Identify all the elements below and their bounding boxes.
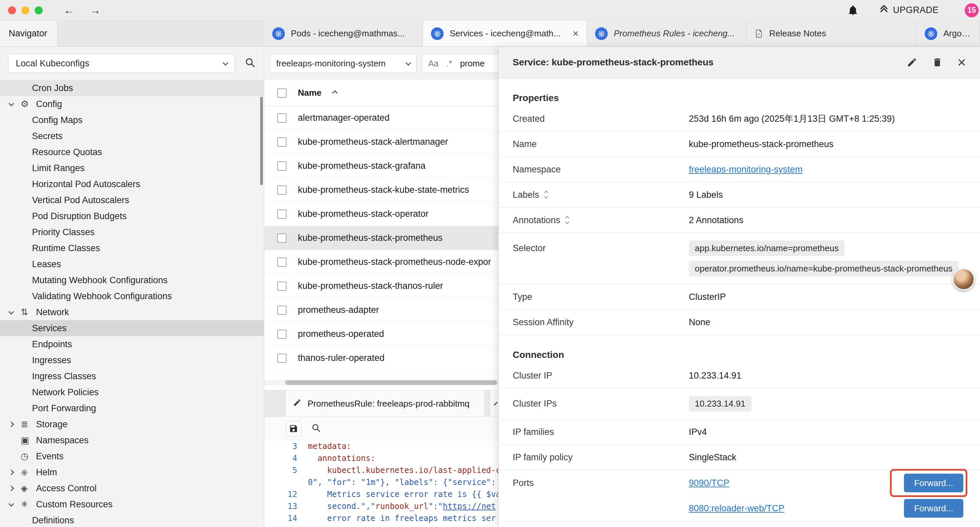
chevron-down-icon[interactable] (9, 309, 14, 315)
sidebar-item-helm[interactable]: ⎈Helm (0, 464, 264, 480)
close-tab-icon[interactable]: × (569, 27, 579, 40)
row-checkbox[interactable] (277, 161, 286, 171)
table-row[interactable]: prometheus-operated (264, 322, 498, 346)
code-line[interactable]: 12 Metrics service error rate is {{ $va (264, 488, 498, 500)
save-button[interactable] (286, 421, 301, 436)
chevron-down-icon[interactable] (9, 101, 14, 107)
sidebar-item-port-forwarding[interactable]: Port Forwarding (0, 400, 264, 416)
editor-search-icon[interactable] (311, 423, 321, 434)
chevron-down-icon[interactable] (9, 501, 14, 507)
select-all-checkbox[interactable] (277, 88, 286, 98)
dock-tab-prometheusrule[interactable]: PrometheusRule: freeleaps-prod-rabbitmq (285, 390, 485, 417)
chevron-right-icon[interactable] (9, 470, 14, 475)
port-link[interactable]: 8080:reloader-web/TCP (689, 503, 784, 514)
notifications-bell-icon[interactable] (848, 5, 858, 16)
row-checkbox[interactable] (277, 330, 286, 339)
sidebar-item-vertical-pod-autoscalers[interactable]: Vertical Pod Autoscalers (0, 192, 264, 208)
row-checkbox[interactable] (277, 137, 286, 147)
sidebar-item-config[interactable]: ⚙Config (0, 96, 264, 112)
notification-count-badge[interactable]: 15 (965, 3, 978, 18)
table-row[interactable]: kube-prometheus-stack-kube-state-metrics (264, 178, 498, 202)
sidebar-item-runtime-classes[interactable]: Runtime Classes (0, 240, 264, 256)
edit-icon[interactable] (907, 57, 917, 68)
match-case-toggle[interactable]: Aa (428, 59, 439, 68)
code-line[interactable]: 4 annotations: (264, 452, 498, 464)
code-line[interactable]: 5 kubectl.kubernetes.io/last-applied-co (264, 464, 498, 476)
list-search-input[interactable]: Aa .* prome (422, 54, 498, 73)
upgrade-button[interactable]: UPGRADE (879, 4, 939, 16)
table-row[interactable]: alertmanager-operated (264, 106, 498, 130)
table-row[interactable]: kube-prometheus-stack-prometheus (264, 226, 498, 250)
scrollbar-thumb[interactable] (285, 380, 497, 385)
table-row[interactable]: thanos-ruler-operated (264, 346, 498, 370)
minimize-window-button[interactable] (21, 6, 29, 14)
code-line[interactable]: 14 error rate in freeleaps metrics ser (264, 512, 498, 524)
sidebar-item-mutating-webhook-configurations[interactable]: Mutating Webhook Configurations (0, 272, 264, 288)
tab-release-notes[interactable]: Release Notes (746, 21, 916, 46)
sidebar-item-resource-quotas[interactable]: Resource Quotas (0, 144, 264, 160)
yaml-editor[interactable]: 3metadata:4 annotations:5 kubectl.kubern… (264, 440, 498, 524)
avatar[interactable] (953, 268, 975, 290)
close-window-button[interactable] (8, 6, 16, 14)
sidebar-item-cron-jobs[interactable]: Cron Jobs (0, 80, 264, 96)
regex-toggle[interactable]: .* (447, 59, 452, 68)
dock-tab-partial[interactable] (490, 390, 498, 417)
forward-button[interactable]: Forward... (904, 499, 963, 517)
sidebar-item-namespaces[interactable]: ▣Namespaces (0, 432, 264, 448)
sidebar-item-custom-resources[interactable]: ✳Custom Resources (0, 496, 264, 512)
tab-pods-icecheng-mathmas[interactable]: ⎈Pods - icecheng@mathmas... (264, 21, 423, 46)
name-column-header[interactable]: Name (298, 88, 321, 98)
sidebar-search-icon[interactable] (245, 57, 256, 70)
close-icon[interactable]: × (957, 55, 966, 70)
sidebar-item-ingress-classes[interactable]: Ingress Classes (0, 368, 264, 384)
chevron-right-icon[interactable] (9, 486, 14, 491)
expand-toggle-icon[interactable] (566, 217, 569, 224)
port-link[interactable]: 9090/TCP (689, 478, 730, 488)
sidebar-item-secrets[interactable]: Secrets (0, 128, 264, 144)
table-row[interactable]: kube-prometheus-stack-alertmanager (264, 130, 498, 154)
row-checkbox[interactable] (277, 306, 286, 315)
expand-toggle-icon[interactable] (545, 191, 548, 199)
row-checkbox[interactable] (277, 258, 286, 267)
tab-prometheus-rules-icecheng[interactable]: ⎈Prometheus Rules - icecheng... (587, 21, 746, 46)
forward-button[interactable]: Forward... (904, 474, 963, 492)
sidebar-item-limit-ranges[interactable]: Limit Ranges (0, 160, 264, 176)
sidebar-item-config-maps[interactable]: Config Maps (0, 112, 264, 128)
row-checkbox[interactable] (277, 234, 286, 243)
forward-arrow-icon[interactable]: → (89, 4, 101, 17)
table-row[interactable]: kube-prometheus-stack-operator (264, 202, 498, 226)
back-arrow-icon[interactable]: ← (64, 4, 75, 17)
navigator-panel-tab[interactable]: Navigator (0, 21, 57, 46)
sidebar-item-network[interactable]: ⇅Network (0, 304, 264, 320)
sidebar-item-pod-disruption-budgets[interactable]: Pod Disruption Budgets (0, 208, 264, 224)
sidebar-item-validating-webhook-configurations[interactable]: Validating Webhook Configurations (0, 288, 264, 304)
sort-ascending-icon[interactable] (332, 90, 337, 96)
delete-icon[interactable] (932, 57, 943, 68)
sidebar-item-priority-classes[interactable]: Priority Classes (0, 224, 264, 240)
sidebar-item-endpoints[interactable]: Endpoints (0, 336, 264, 352)
row-checkbox[interactable] (277, 113, 286, 123)
sidebar-item-events[interactable]: ◷Events (0, 448, 264, 464)
sidebar-item-leases[interactable]: Leases (0, 256, 264, 272)
horizontal-scrollbar[interactable] (264, 380, 498, 385)
sidebar-scrollbar[interactable] (260, 97, 263, 185)
tab-services-icecheng-math[interactable]: ⎈Services - icecheng@math...× (423, 21, 587, 46)
row-checkbox[interactable] (277, 185, 286, 195)
namespace-link[interactable]: freeleaps-monitoring-system (689, 164, 803, 174)
table-row[interactable]: kube-prometheus-stack-thanos-ruler (264, 274, 498, 298)
chevron-right-icon[interactable] (9, 422, 14, 427)
sidebar-item-ingresses[interactable]: Ingresses (0, 352, 264, 368)
table-row[interactable]: kube-prometheus-stack-prometheus-node-ex… (264, 250, 498, 274)
sidebar-item-access-control[interactable]: ◈Access Control (0, 480, 264, 496)
sidebar-item-services[interactable]: Services (0, 320, 264, 336)
namespace-filter-dropdown[interactable]: freeleaps-monitoring-system (270, 54, 417, 73)
sidebar-item-horizontal-pod-autoscalers[interactable]: Horizontal Pod Autoscalers (0, 176, 264, 192)
sidebar-item-storage[interactable]: ≣Storage (0, 416, 264, 432)
sidebar-item-network-policies[interactable]: Network Policies (0, 384, 264, 400)
code-line[interactable]: 0", "for": "1m"}, "labels": {"service": … (264, 476, 498, 488)
table-row[interactable]: kube-prometheus-stack-grafana (264, 154, 498, 178)
code-line[interactable]: 3metadata: (264, 440, 498, 452)
row-checkbox[interactable] (277, 209, 286, 219)
code-line[interactable]: 13 second.","runbook_url":"https://net (264, 500, 498, 512)
tab-argo-se[interactable]: ⎈Argo Se (916, 21, 980, 46)
